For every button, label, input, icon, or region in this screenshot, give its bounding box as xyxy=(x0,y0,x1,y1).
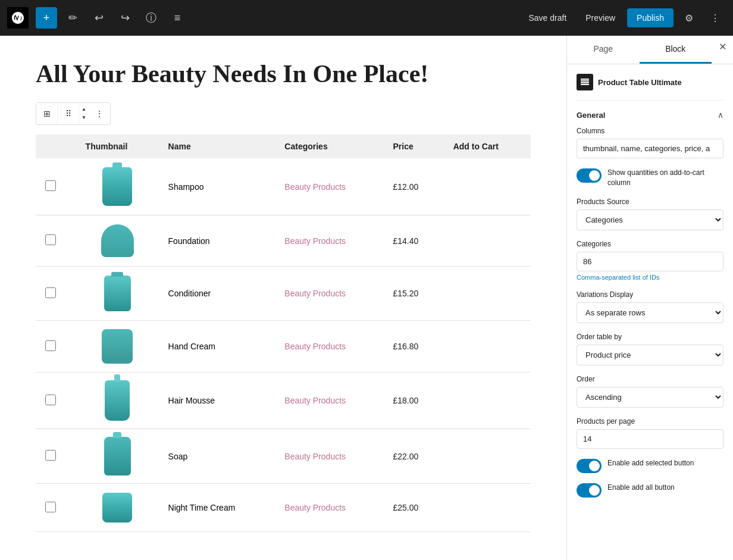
add-to-cart-7 xyxy=(444,484,531,532)
move-up-button[interactable]: ▲ xyxy=(79,105,89,114)
add-to-cart-2 xyxy=(444,215,531,267)
add-to-cart-6 xyxy=(444,429,531,484)
right-panel: Page Block ✕ Product Table Ultimate xyxy=(566,36,733,560)
product-thumbnail-4 xyxy=(102,329,133,364)
table-row: Shampoo Beauty Products £12.00 xyxy=(36,158,531,215)
product-price-6: £22.00 xyxy=(383,429,443,484)
col-name: Name xyxy=(159,134,275,158)
add-to-cart-3 xyxy=(444,267,531,321)
section-divider xyxy=(577,100,723,101)
general-section-header: General ∧ xyxy=(577,110,723,120)
order-select[interactable]: Ascending Descending xyxy=(577,387,723,408)
table-icon-button[interactable]: ⊞ xyxy=(36,103,58,124)
table-row: Hair Mousse Beauty Products £18.00 xyxy=(36,373,531,429)
products-source-select[interactable]: Categories Tags All Products Featured Sa… xyxy=(577,209,723,230)
info-button[interactable]: ⓘ xyxy=(140,7,162,29)
tab-page[interactable]: Page xyxy=(567,36,640,64)
product-price-2: £14.40 xyxy=(383,215,443,267)
redo-button[interactable]: ↪ xyxy=(114,7,136,29)
svg-rect-0 xyxy=(581,79,589,80)
panel-body: Product Table Ultimate General ∧ Columns… xyxy=(567,64,733,560)
move-up-down: ▲ ▼ xyxy=(79,105,89,122)
variations-display-label: Variations Display xyxy=(577,290,723,299)
toggle-add-selected-row: Enable add selected button xyxy=(577,458,723,473)
row-checkbox-2[interactable] xyxy=(45,234,56,245)
table-row: Night Time Cream Beauty Products £25.00 xyxy=(36,484,531,532)
categories-field: Categories Comma-separated list of IDs xyxy=(577,240,723,281)
order-label: Order xyxy=(577,375,723,383)
list-view-button[interactable]: ≡ xyxy=(167,7,188,29)
product-thumbnail-1 xyxy=(102,167,132,206)
edit-button[interactable]: ✏ xyxy=(62,7,83,29)
table-row: Conditioner Beauty Products £15.20 xyxy=(36,267,531,321)
more-block-options[interactable]: ⋮ xyxy=(89,103,110,124)
col-thumbnail: Thumbnail xyxy=(76,134,159,158)
toggle-quantities-switch[interactable] xyxy=(577,168,602,183)
undo-button[interactable]: ↩ xyxy=(88,7,109,29)
product-category-2[interactable]: Beauty Products xyxy=(284,236,346,246)
toggle-add-selected-label: Enable add selected button xyxy=(607,458,694,468)
order-table-field: Order table by Product price Name Date I… xyxy=(577,333,723,365)
svg-rect-3 xyxy=(581,84,589,85)
product-price-7: £25.00 xyxy=(383,484,443,532)
columns-input[interactable] xyxy=(577,139,723,158)
add-to-cart-5 xyxy=(444,373,531,429)
order-table-select[interactable]: Product price Name Date ID Menu order xyxy=(577,345,723,365)
row-checkbox-4[interactable] xyxy=(45,340,56,351)
add-block-button[interactable]: + xyxy=(36,7,57,29)
row-checkbox-3[interactable] xyxy=(45,287,56,298)
publish-button[interactable]: Publish xyxy=(627,8,674,27)
categories-input[interactable] xyxy=(577,252,723,271)
main-layout: All Your Beauty Needs In One Place! ⊞ ⠿ … xyxy=(0,36,733,560)
product-price-1: £12.00 xyxy=(383,158,443,215)
more-options-button[interactable]: ⋮ xyxy=(704,7,726,29)
row-checkbox-7[interactable] xyxy=(45,502,56,512)
categories-hint: Comma-separated list of IDs xyxy=(577,274,723,281)
settings-button[interactable]: ⚙ xyxy=(678,7,700,29)
order-field: Order Ascending Descending xyxy=(577,375,723,408)
toggle-add-selected-switch[interactable] xyxy=(577,459,602,473)
product-category-6[interactable]: Beauty Products xyxy=(284,452,346,461)
tab-block[interactable]: Block xyxy=(640,36,712,64)
preview-button[interactable]: Preview xyxy=(578,10,622,26)
products-source-field: Products Source Categories Tags All Prod… xyxy=(577,198,723,230)
categories-label: Categories xyxy=(577,240,723,248)
product-thumbnail-2 xyxy=(101,224,134,257)
product-category-5[interactable]: Beauty Products xyxy=(284,396,346,405)
add-to-cart-4 xyxy=(444,321,531,373)
columns-field: Columns xyxy=(577,127,723,158)
row-checkbox-1[interactable] xyxy=(45,180,56,191)
product-thumbnail-7 xyxy=(102,493,132,523)
table-row: Hand Cream Beauty Products £16.80 xyxy=(36,321,531,373)
product-category-7[interactable]: Beauty Products xyxy=(284,503,346,512)
svg-rect-2 xyxy=(581,82,589,83)
general-section-toggle[interactable]: ∧ xyxy=(718,110,723,120)
row-checkbox-5[interactable] xyxy=(45,395,56,405)
panel-close-button[interactable]: ✕ xyxy=(712,36,733,57)
toggle-add-all-slider xyxy=(577,483,602,498)
product-name-3: Conditioner xyxy=(159,267,275,321)
product-category-3[interactable]: Beauty Products xyxy=(284,289,346,298)
variations-display-select[interactable]: As separate rows As dropdown As buttons xyxy=(577,302,723,323)
products-per-page-input[interactable] xyxy=(577,429,723,449)
add-to-cart-1 xyxy=(444,158,531,215)
row-checkbox-6[interactable] xyxy=(45,450,56,461)
move-down-button[interactable]: ▼ xyxy=(79,114,89,122)
general-section-label: General xyxy=(577,111,605,120)
col-checkbox xyxy=(36,134,76,158)
toggle-add-all-label: Enable add all button xyxy=(607,483,675,493)
block-title-label: Product Table Ultimate xyxy=(598,78,682,87)
save-draft-button[interactable]: Save draft xyxy=(521,10,574,26)
product-name-4: Hand Cream xyxy=(159,321,275,373)
product-category-4[interactable]: Beauty Products xyxy=(284,342,346,351)
toggle-quantities-label: Show quantities on add-to-cart column xyxy=(607,168,723,188)
product-thumbnail-5 xyxy=(105,380,130,421)
drag-handle[interactable]: ⠿ xyxy=(58,103,79,124)
col-add-to-cart: Add to Cart xyxy=(444,134,531,158)
toggle-quantities-row: Show quantities on add-to-cart column xyxy=(577,168,723,188)
toggle-add-all-switch[interactable] xyxy=(577,483,602,498)
product-name-6: Soap xyxy=(159,429,275,484)
product-category-1[interactable]: Beauty Products xyxy=(284,182,346,192)
products-per-page-field: Products per page xyxy=(577,417,723,449)
product-table: Thumbnail Name Categories Price Add to C… xyxy=(36,134,531,532)
